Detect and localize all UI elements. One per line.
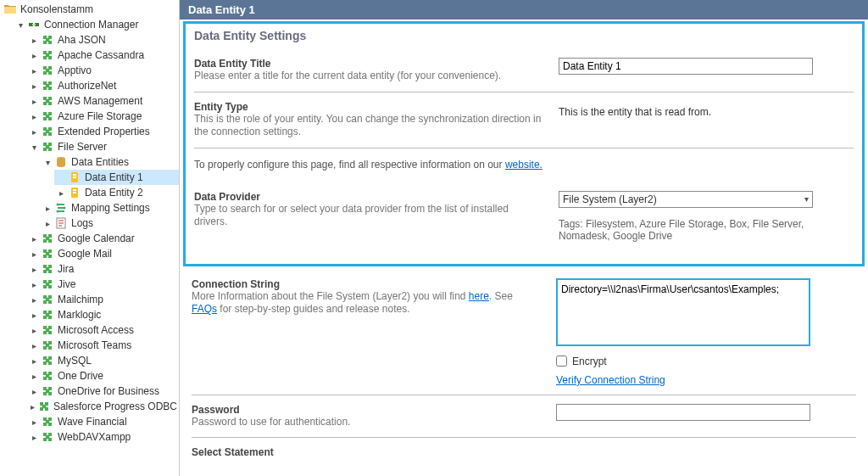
field-password: Password Password to use for authenticat… xyxy=(192,399,856,439)
tree-connection-manager[interactable]: ▾ Connection Manager xyxy=(14,17,179,32)
puzzle-icon xyxy=(41,109,54,123)
verify-connection-link[interactable]: Verify Connection String xyxy=(556,374,665,386)
chevron-icon[interactable]: ▸ xyxy=(42,204,53,213)
chevron-icon[interactable]: ▸ xyxy=(29,433,39,442)
chevron-icon[interactable]: ▾ xyxy=(29,143,39,152)
link-here[interactable]: here xyxy=(469,290,489,302)
tree-item-mysql[interactable]: ▸MySQL xyxy=(27,353,179,368)
tree-item-mailchimp[interactable]: ▸Mailchimp xyxy=(27,292,179,307)
tree-item-microsoft-access[interactable]: ▸Microsoft Access xyxy=(27,322,179,338)
entity-title-input[interactable] xyxy=(559,58,813,75)
connection-string-input[interactable] xyxy=(556,278,810,346)
chevron-icon[interactable]: ▸ xyxy=(29,97,39,106)
tree-item-microsoft-teams[interactable]: ▸Microsoft Teams xyxy=(27,338,179,353)
tree-item-label: Microsoft Access xyxy=(56,324,134,336)
tree-item-label: Extended Properties xyxy=(56,126,150,137)
chevron-icon[interactable]: ▸ xyxy=(29,356,39,366)
tree-item-authorizenet[interactable]: ▸AuthorizeNet xyxy=(27,78,179,93)
chevron-icon[interactable]: ▸ xyxy=(29,36,39,45)
folder-icon xyxy=(3,3,17,16)
tree-item-salesforce-progress-odbc[interactable]: ▸Salesforce Progress ODBC xyxy=(27,399,179,414)
tree-item-jive[interactable]: ▸Jive xyxy=(27,277,179,292)
chevron-down-icon[interactable]: ▾ xyxy=(42,158,53,167)
tree-item-wave-financial[interactable]: ▸Wave Financial xyxy=(27,414,179,429)
puzzle-icon xyxy=(41,140,54,154)
tree-item-jira[interactable]: ▸Jira xyxy=(27,261,179,277)
chevron-icon[interactable]: ▸ xyxy=(29,387,39,396)
svg-rect-2 xyxy=(32,24,36,25)
chevron-icon[interactable]: ▸ xyxy=(29,234,39,244)
chevron-icon[interactable]: ▸ xyxy=(29,326,39,335)
puzzle-icon xyxy=(41,277,54,291)
chevron-icon[interactable]: ▸ xyxy=(29,402,36,412)
encrypt-checkbox[interactable] xyxy=(556,356,567,367)
tree-item-extended-properties[interactable]: ▸Extended Properties xyxy=(27,124,179,139)
tree-root[interactable]: Konsolenstamm xyxy=(0,2,179,17)
chevron-icon[interactable]: ▸ xyxy=(29,311,39,320)
tree-label: Data Entities xyxy=(70,156,129,168)
puzzle-icon xyxy=(41,369,54,383)
tree-item-label: One Drive xyxy=(56,370,103,382)
tree-item-apache-cassandra[interactable]: ▸Apache Cassandra xyxy=(27,48,179,63)
encrypt-label: Encrypt xyxy=(572,356,607,367)
tree-item-google-calendar[interactable]: ▸Google Calendar xyxy=(27,231,179,246)
tree-logs[interactable]: ▸Logs xyxy=(41,216,179,231)
chevron-icon[interactable]: ▸ xyxy=(29,249,39,259)
select-stmt-label: Select Statement xyxy=(192,446,539,458)
chevron-down-icon: ▾ xyxy=(804,194,809,204)
provider-select[interactable]: File System (Layer2) ▾ xyxy=(559,191,813,208)
puzzle-icon xyxy=(41,94,54,108)
chevron-icon[interactable]: ▸ xyxy=(29,265,39,274)
chevron-icon[interactable]: ▸ xyxy=(56,188,66,198)
chevron-down-icon[interactable]: ▾ xyxy=(15,20,25,30)
tree-item-label: Aha JSON xyxy=(56,34,106,46)
tree-item-file-server[interactable]: ▾File Server xyxy=(27,139,179,154)
chevron-icon[interactable]: ▸ xyxy=(29,127,39,137)
link-faqs[interactable]: FAQs xyxy=(192,303,217,315)
tree-item-label: Apptivo xyxy=(56,64,92,76)
tree-item-label: Salesforce Progress ODBC xyxy=(52,400,177,412)
encrypt-checkbox-row: Encrypt xyxy=(556,356,856,367)
chevron-icon[interactable]: ▸ xyxy=(42,219,53,228)
chevron-icon[interactable]: ▸ xyxy=(29,66,39,76)
chevron-icon[interactable]: ▸ xyxy=(29,112,39,121)
chevron-icon[interactable]: ▸ xyxy=(29,280,39,289)
provider-tags: Tags: Filesystem, Azure File Storage, Bo… xyxy=(559,218,813,242)
chevron-icon[interactable]: ▸ xyxy=(29,51,39,60)
tree-entity-1[interactable]: ▸Data Entity 1 xyxy=(54,170,179,185)
tree-item-google-mail[interactable]: ▸Google Mail xyxy=(27,246,179,261)
password-input[interactable] xyxy=(556,404,810,421)
tree-item-label: Wave Financial xyxy=(56,416,127,428)
tree-item-aws-management[interactable]: ▸AWS Management xyxy=(27,93,179,109)
tree-item-label: Google Mail xyxy=(56,248,112,260)
chevron-icon[interactable]: ▸ xyxy=(29,81,39,91)
tree-item-onedrive-for-business[interactable]: ▸OneDrive for Business xyxy=(27,384,179,399)
chevron-icon[interactable]: ▸ xyxy=(29,341,39,350)
chevron-icon[interactable]: ▸ xyxy=(29,295,39,305)
tree-data-entities[interactable]: ▾Data Entities xyxy=(41,154,179,170)
puzzle-icon xyxy=(41,247,54,260)
chevron-icon[interactable]: ▸ xyxy=(29,372,39,381)
tree-entity-2[interactable]: ▸Data Entity 2 xyxy=(54,185,179,200)
tree-item-one-drive[interactable]: ▸One Drive xyxy=(27,368,179,384)
puzzle-icon xyxy=(41,232,54,245)
tree-conn-mgr-label: Connection Manager xyxy=(42,19,138,31)
tree-mapping-settings[interactable]: ▸Mapping Settings xyxy=(41,200,179,216)
chevron-icon[interactable]: ▸ xyxy=(29,417,39,427)
log-icon xyxy=(54,216,68,230)
tree-item-label: WebDAVXampp xyxy=(56,431,131,443)
field-data-provider: Data Provider Type to search for or sele… xyxy=(194,186,854,250)
tree-item-label: OneDrive for Business xyxy=(56,385,159,397)
entity-type-desc: This is the role of your entity. You can… xyxy=(194,113,542,139)
mapping-icon xyxy=(54,201,68,215)
entity-type-value: This is the entity that is read from. xyxy=(559,101,854,118)
website-link[interactable]: website. xyxy=(505,159,542,171)
tree-item-azure-file-storage[interactable]: ▸Azure File Storage xyxy=(27,109,179,124)
database-icon xyxy=(54,155,68,169)
tree-item-aha-json[interactable]: ▸Aha JSON xyxy=(27,32,179,48)
connstr-desc: More Information about the File System (… xyxy=(192,290,539,316)
tree-item-apptivo[interactable]: ▸Apptivo xyxy=(27,63,179,78)
tree-item-marklogic[interactable]: ▸Marklogic xyxy=(27,307,179,322)
tree-item-webdavxampp[interactable]: ▸WebDAVXampp xyxy=(27,429,179,445)
puzzle-icon xyxy=(41,33,54,47)
